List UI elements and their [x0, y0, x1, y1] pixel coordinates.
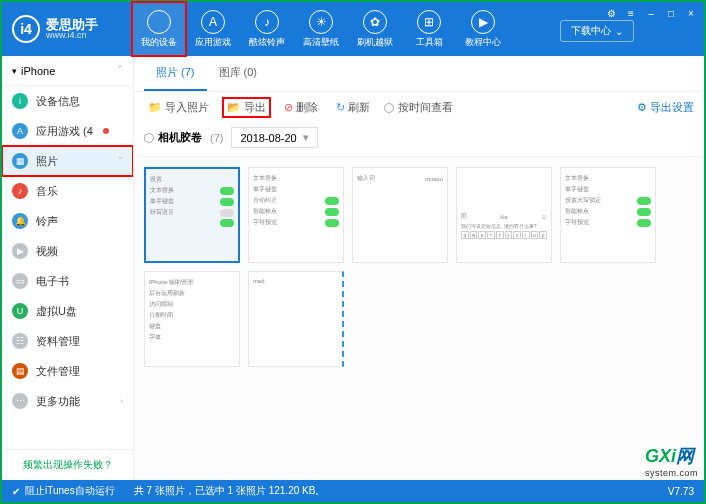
sidebar-item-10[interactable]: ⋯ 更多功能 › — [2, 386, 133, 416]
sidebar-item-7[interactable]: U 虚拟U盘 — [2, 296, 133, 326]
thumb-5[interactable]: 文本替换 单手键盘 设置大写锁定 智能标点 字符预览 — [560, 167, 656, 263]
itunes-block[interactable]: 阻止iTunes自动运行 — [25, 484, 115, 498]
sidebar-item-6[interactable]: ▭ 电子书 — [2, 266, 133, 296]
side-icon: 🔔 — [12, 213, 28, 229]
thumb-1[interactable]: 设置 文本替换 单手键盘 听写语言 — [144, 167, 240, 263]
export-settings-button[interactable]: ⚙ 导出设置 — [637, 100, 694, 115]
album-count: (7) — [210, 132, 223, 144]
close-button[interactable]: × — [684, 6, 698, 20]
side-icon: ☷ — [12, 333, 28, 349]
import-button[interactable]: 📁 导入照片 — [144, 98, 213, 117]
delete-icon: ⊘ — [284, 101, 293, 114]
sidebar-item-8[interactable]: ☷ 资料管理 — [2, 326, 133, 356]
radio-icon — [384, 103, 394, 113]
chevron-icon: ˅ — [118, 156, 123, 166]
toolbar: 📁 导入照片 📂 导出 ⊘ 删除 ↻ 刷新 按时间查看 — [134, 92, 704, 123]
folder-down-icon: 📁 — [148, 101, 162, 114]
nav-toolbox[interactable]: ⊞ 工具箱 — [402, 2, 456, 56]
timesearch-radio[interactable]: 按时间查看 — [384, 100, 453, 115]
nav-my-device[interactable]: 我的设备 — [132, 2, 186, 56]
play-icon: ▶ — [471, 10, 495, 34]
thumb-7[interactable]: med — [248, 271, 344, 367]
app-header: i4 爱思助手 www.i4.cn 我的设备 A 应用游戏 ♪ 酷炫铃声 ☀ 高… — [2, 2, 704, 56]
phone-icon: ▾ — [12, 66, 17, 76]
app-url: www.i4.cn — [46, 31, 98, 40]
logo: i4 爱思助手 www.i4.cn — [2, 15, 132, 43]
photo-gallery: 设置 文本替换 单手键盘 听写语言 文本替换 单手键盘 自动纠正 智能标点 字符… — [134, 157, 704, 480]
sidebar-item-2[interactable]: ▦ 照片 ˅ — [2, 146, 133, 176]
tabs: 照片 (7) 图库 (0) — [134, 56, 704, 92]
statusbar: ✔ 阻止iTunes自动运行 共 7 张照片，已选中 1 张照片 121.20 … — [2, 480, 704, 502]
gear-icon: ✿ — [363, 10, 387, 34]
date-dropdown[interactable]: 2018-08-20 ▾ — [231, 127, 317, 148]
sidebar-faq[interactable]: 频繁出现操作失败？ — [2, 449, 133, 480]
side-icon: U — [12, 303, 28, 319]
nav-tutorial[interactable]: ▶ 教程中心 — [456, 2, 510, 56]
chevron-down-icon: ˅ — [117, 64, 123, 77]
side-icon: ▤ — [12, 363, 28, 379]
refresh-button[interactable]: ↻ 刷新 — [332, 98, 374, 117]
version-label: V7.73 — [668, 486, 694, 497]
thumb-4[interactable]: 田 Aa ☺ 我们可设定短信息, 请问有什么事? qwertyuiop — [456, 167, 552, 263]
radio-icon — [144, 133, 154, 143]
badge-icon — [103, 128, 109, 134]
settings-icon[interactable]: ⚙ — [604, 6, 618, 20]
chevron-icon: › — [120, 396, 123, 406]
side-icon: A — [12, 123, 28, 139]
gear-icon: ⚙ — [637, 101, 647, 114]
side-icon: ⋯ — [12, 393, 28, 409]
thumb-3[interactable]: 输入词mistou — [352, 167, 448, 263]
sidebar: ▾iPhone ˅ i 设备信息 A 应用游戏 (4 ▦ 照片 ˅♪ 音乐 🔔 … — [2, 56, 134, 480]
thumb-2[interactable]: 文本替换 单手键盘 自动纠正 智能标点 字符预览 — [248, 167, 344, 263]
sidebar-item-5[interactable]: ▶ 视频 — [2, 236, 133, 266]
device-selector[interactable]: ▾iPhone ˅ — [2, 56, 133, 86]
delete-button[interactable]: ⊘ 删除 — [280, 98, 322, 117]
nav-wallpaper[interactable]: ☀ 高清壁纸 — [294, 2, 348, 56]
album-radio[interactable]: 相机胶卷 — [144, 130, 202, 145]
appstore-icon: A — [201, 10, 225, 34]
download-center-button[interactable]: 下载中心⌄ — [560, 20, 634, 42]
logo-icon: i4 — [12, 15, 40, 43]
side-icon: ▭ — [12, 273, 28, 289]
thumb-6[interactable]: iPhone 辅助管理 后台应用刷新 访问限制 日期时间 键盘 字体 — [144, 271, 240, 367]
export-button[interactable]: 📂 导出 — [223, 98, 270, 117]
side-icon: i — [12, 93, 28, 109]
apple-icon — [147, 10, 171, 34]
side-icon: ♪ — [12, 183, 28, 199]
folder-up-icon: 📂 — [227, 101, 241, 114]
window-controls: ⚙ ≡ – □ × — [604, 6, 698, 20]
maximize-button[interactable]: □ — [664, 6, 678, 20]
sidebar-item-4[interactable]: 🔔 铃声 — [2, 206, 133, 236]
sidebar-item-1[interactable]: A 应用游戏 (4 — [2, 116, 133, 146]
nav-flash[interactable]: ✿ 刷机越狱 — [348, 2, 402, 56]
top-nav: 我的设备 A 应用游戏 ♪ 酷炫铃声 ☀ 高清壁纸 ✿ 刷机越狱 ⊞ 工具箱 — [132, 2, 510, 56]
menu-icon[interactable]: ≡ — [624, 6, 638, 20]
filter-row: 相机胶卷 (7) 2018-08-20 ▾ — [134, 123, 704, 157]
sidebar-item-0[interactable]: i 设备信息 — [2, 86, 133, 116]
tab-photos[interactable]: 照片 (7) — [144, 56, 207, 91]
chevron-down-icon: ▾ — [303, 131, 309, 144]
side-icon: ▦ — [12, 153, 28, 169]
status-info: 共 7 张照片，已选中 1 张照片 121.20 KB。 — [134, 484, 326, 498]
nav-apps[interactable]: A 应用游戏 — [186, 2, 240, 56]
nav-ringtones[interactable]: ♪ 酷炫铃声 — [240, 2, 294, 56]
sidebar-item-9[interactable]: ▤ 文件管理 — [2, 356, 133, 386]
refresh-icon: ↻ — [336, 101, 345, 114]
side-icon: ▶ — [12, 243, 28, 259]
main-panel: 照片 (7) 图库 (0) 📁 导入照片 📂 导出 ⊘ 删除 — [134, 56, 704, 480]
tab-gallery[interactable]: 图库 (0) — [207, 56, 270, 91]
minimize-button[interactable]: – — [644, 6, 658, 20]
bell-icon: ♪ — [255, 10, 279, 34]
sidebar-item-3[interactable]: ♪ 音乐 — [2, 176, 133, 206]
check-icon: ✔ — [12, 486, 20, 497]
toolbox-icon: ⊞ — [417, 10, 441, 34]
sun-icon: ☀ — [309, 10, 333, 34]
